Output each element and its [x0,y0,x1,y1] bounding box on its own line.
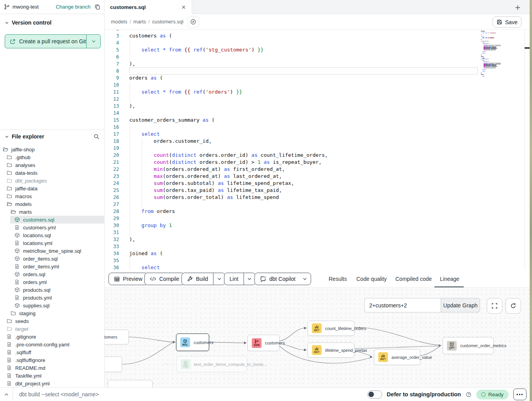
code-line-8[interactable]: 8 [105,67,530,75]
code-line-23[interactable]: 23 max(orders.ordered_at) as last_ordere… [105,173,530,180]
code-line-32[interactable]: 32), [105,236,530,243]
code-editor[interactable]: 23customers as (45 select * from {{ ref(… [105,30,530,270]
lineage-node-orders[interactable]: orders [105,357,122,372]
tree-item-customers.sql[interactable]: customers.sql [0,216,105,224]
code-line-18[interactable]: 18 orders.customer_id, [105,138,530,145]
chevron-down-icon[interactable] [5,21,9,25]
tree-item-.sqlfluff[interactable]: .sqlfluff [0,348,105,356]
lineage-node-customers_semantic[interactable]: SEMcustomers [247,335,279,351]
more-button[interactable]: ••• [513,389,527,400]
tree-item-locations.sql[interactable]: locations.sql [0,231,105,239]
compile-button[interactable]: Compile [144,273,185,285]
code-area[interactable]: 23customers as (45 select * from {{ ref(… [105,30,530,270]
tree-item-staging[interactable]: staging [0,309,105,317]
refresh-button[interactable] [505,298,521,314]
code-line-30[interactable]: 30 group by 1 [105,222,530,229]
lineage-node-average_order_value[interactable]: METaverage_order_value [374,349,420,365]
preview-button[interactable]: Preview [109,273,148,285]
update-graph-button[interactable]: Update Graph [441,298,480,312]
change-branch-link[interactable]: Change branch [56,4,91,10]
code-line-7[interactable]: 7), [105,60,530,67]
tab-lineage[interactable]: Lineage [440,270,459,287]
code-line-25[interactable]: 25 sum(orders.tax_paid) as lifetime_tax_… [105,187,530,194]
code-line-13[interactable]: 13), [105,103,530,110]
code-line-35[interactable]: 35 [105,257,530,264]
code-line-29[interactable]: 29 [105,215,530,222]
tab-customers-sql[interactable]: customers.sql [105,0,192,14]
tab-results[interactable]: Results [329,270,347,287]
code-line-21[interactable]: 21 count(distinct orders.order_id) > 1 a… [105,159,530,166]
build-button[interactable]: Build [181,273,225,285]
code-line-11[interactable]: 11 select * from {{ ref('orders') }} [105,89,530,96]
code-line-10[interactable]: 10 [105,82,530,89]
code-line-27[interactable]: 27 [105,201,530,208]
lint-caret[interactable] [244,273,255,285]
code-line-36[interactable]: 36 select [105,264,530,270]
fullscreen-button[interactable] [487,298,502,314]
new-tab-button[interactable] [512,2,523,12]
dbt-command-input[interactable] [19,391,238,397]
close-icon[interactable] [181,5,186,10]
tree-item-target[interactable]: target [0,325,105,333]
breadcrumb-models[interactable]: models [111,19,127,25]
breadcrumb-marts[interactable]: marts [133,19,146,25]
help-icon[interactable] [466,392,472,397]
lineage-selector-input[interactable] [364,298,441,312]
code-line-12[interactable]: 12 [105,96,530,103]
lineage-node-customers_model[interactable]: MDLcustomers [176,334,209,351]
tree-item-orders.yml[interactable]: orders.yml [0,278,105,286]
code-line-31[interactable]: 31 [105,229,530,236]
copilot-caret[interactable] [301,273,311,285]
copy-icon[interactable] [94,4,100,10]
code-line-20[interactable]: 20 count(distinct orders.order_id) as co… [105,152,530,159]
code-line-26[interactable]: 26 sum(orders.order_total) as lifetime_s… [105,194,530,201]
search-icon[interactable] [93,133,100,140]
tree-item-Taskfile.yml[interactable]: Taskfile.yml [0,372,105,380]
tree-item-products.yml[interactable]: products.yml [0,294,105,302]
tree-item-metricflow-time-spine.sql[interactable]: metricflow_time_spine.sql [0,247,105,255]
lineage-node-lifetime_spend_pretax[interactable]: METlifetime_spend_pretax [308,342,354,358]
tree-item-order-items.sql[interactable]: order_items.sql [0,255,105,263]
tree-item-.github[interactable]: .github [0,153,105,161]
defer-toggle[interactable] [367,390,382,399]
code-line-3[interactable]: 3customers as ( [105,32,530,39]
dbt-copilot-button[interactable]: dbt Copilot [254,273,311,285]
code-line-24[interactable]: 24 sum(orders.subtotal) as lifetime_spen… [105,180,530,187]
pr-button-caret[interactable] [87,35,100,48]
breadcrumb-file[interactable]: customers.sql [152,19,183,25]
tree-item-dbt-packages[interactable]: dbt_packages [0,177,105,185]
tree-item-macros[interactable]: macros [0,192,105,200]
tree-item-data-tests[interactable]: data-tests [0,169,105,177]
tree-item-.sqlfluffignore[interactable]: .sqlfluffignore [0,356,105,364]
tab-code-quality[interactable]: Code quality [356,270,387,287]
code-line-19[interactable]: 19 [105,145,530,152]
lineage-node-test_order_items[interactable]: TSTtest_order_items_compute_to_bools... [176,356,247,372]
lineage-node-partial[interactable] [108,380,153,387]
build-caret[interactable] [213,273,225,285]
code-line-5[interactable]: 5 select * from {{ ref('stg_customers') … [105,46,530,53]
lineage-node-stg_customers[interactable]: stg_customers [105,330,129,344]
code-line-22[interactable]: 22 min(orders.ordered_at) as first_order… [105,166,530,173]
tree-item-order-items.yml[interactable]: order_items.yml [0,263,105,270]
tree-item-jaffle-shop[interactable]: jaffle-shop [0,145,105,153]
tree-item-products.sql[interactable]: products.sql [0,286,105,294]
code-line-16[interactable]: 16 [105,124,530,131]
code-line-34[interactable]: 34joined as ( [105,250,530,257]
tree-item-marts[interactable]: marts [0,208,105,216]
code-line-33[interactable]: 33 [105,243,530,250]
code-line-9[interactable]: 9orders as ( [105,75,530,82]
tree-item-locations.yml[interactable]: locations.yml [0,239,105,247]
tab-compiled-code[interactable]: Compiled code [395,270,432,287]
tree-item-customers.yml[interactable]: customers.yml [0,224,105,231]
lineage-canvas[interactable]: stg_customersordersMDLcustomersTSTtest_o… [105,287,532,387]
minimap[interactable] [481,30,512,81]
compass-icon[interactable] [187,16,199,28]
tree-item-jaffle-data[interactable]: jaffle-data [0,185,105,192]
editor-scrollbar[interactable] [525,30,530,270]
lint-button[interactable]: Lint [224,273,256,285]
tree-item-.gitignore[interactable]: .gitignore [0,333,105,341]
save-button[interactable]: Save [493,16,521,28]
tree-item-.pre-commit-config.yaml[interactable]: .pre-commit-config.yaml [0,341,105,348]
tree-item-README.md[interactable]: README.md [0,364,105,372]
code-line-28[interactable]: 28 from orders [105,208,530,215]
